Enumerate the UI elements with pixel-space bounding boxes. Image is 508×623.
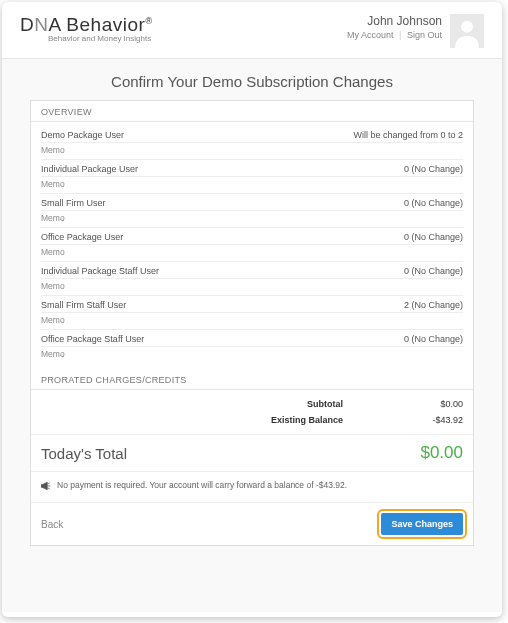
logo[interactable]: DNA Behavior® Behavior and Money Insight… [20, 14, 153, 43]
subtotal-row: Subtotal $0.00 [41, 396, 463, 412]
header: DNA Behavior® Behavior and Money Insight… [2, 2, 502, 59]
total-value: $0.00 [420, 443, 463, 463]
overview-row: Individual Package User0 (No Change) [41, 160, 463, 177]
user-name: John Johnson [347, 14, 442, 28]
memo-row: Memo [41, 245, 463, 262]
memo-row: Memo [41, 279, 463, 296]
overview-row: Small Firm Staff User2 (No Change) [41, 296, 463, 313]
memo-row: Memo [41, 177, 463, 194]
total-row: Today's Total $0.00 [31, 434, 473, 471]
overview-row: Office Package User0 (No Change) [41, 228, 463, 245]
sign-out-link[interactable]: Sign Out [407, 30, 442, 40]
page-title: Confirm Your Demo Subscription Changes [30, 73, 474, 90]
megaphone-icon [41, 481, 51, 494]
charges-heading: PRORATED CHARGES/CREDITS [31, 369, 473, 390]
overview-row: Small Firm User0 (No Change) [41, 194, 463, 211]
svg-point-1 [461, 21, 473, 33]
overview-heading: OVERVIEW [31, 101, 473, 122]
save-changes-button[interactable]: Save Changes [381, 513, 463, 535]
memo-row: Memo [41, 347, 463, 363]
user-links: My Account | Sign Out [347, 30, 442, 40]
overview-row: Office Package Staff User0 (No Change) [41, 330, 463, 347]
logo-tagline: Behavior and Money Insights [48, 34, 153, 43]
charges-body: Subtotal $0.00 Existing Balance -$43.92 [31, 390, 473, 434]
overview-body: Demo Package UserWill be changed from 0 … [31, 122, 473, 369]
memo-row: Memo [41, 143, 463, 160]
actions: Back Save Changes [31, 502, 473, 545]
notice-text: No payment is required. Your account wil… [57, 480, 347, 494]
my-account-link[interactable]: My Account [347, 30, 394, 40]
memo-row: Memo [41, 211, 463, 228]
main-content: Confirm Your Demo Subscription Changes O… [2, 59, 502, 612]
avatar-placeholder-icon [450, 14, 484, 48]
back-button[interactable]: Back [41, 519, 63, 530]
overview-row: Demo Package UserWill be changed from 0 … [41, 126, 463, 143]
total-label: Today's Total [41, 445, 127, 462]
logo-main: DNA Behavior® [20, 14, 153, 36]
user-block: John Johnson My Account | Sign Out [347, 14, 484, 48]
overview-row: Individual Package Staff User0 (No Chang… [41, 262, 463, 279]
notice: No payment is required. Your account wil… [31, 471, 473, 502]
memo-row: Memo [41, 313, 463, 330]
panel: OVERVIEW Demo Package UserWill be change… [30, 100, 474, 546]
avatar[interactable] [450, 14, 484, 48]
balance-row: Existing Balance -$43.92 [41, 412, 463, 428]
link-separator: | [399, 30, 401, 40]
